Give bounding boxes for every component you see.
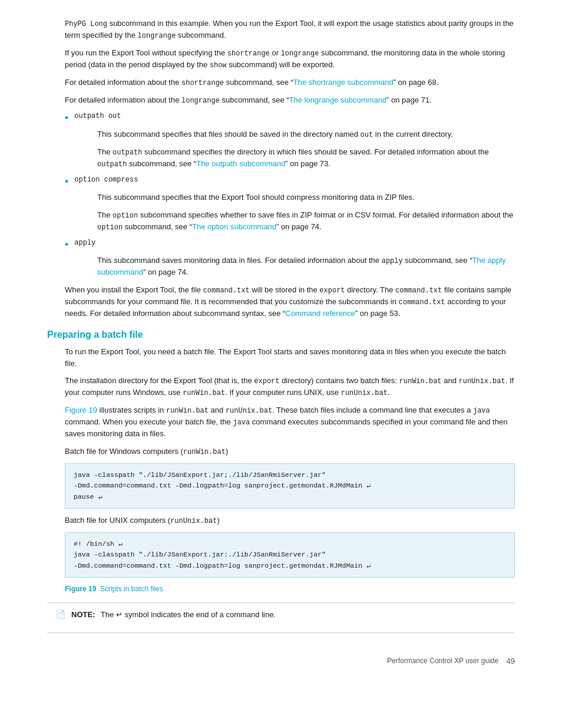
code-longrange-3: longrange bbox=[181, 97, 220, 105]
code-runwin-2: runWin.bat bbox=[183, 389, 225, 397]
code-command-txt-3: command.txt bbox=[398, 298, 445, 307]
note-box: 📄 NOTE: The ↵ symbol indicates the end o… bbox=[47, 602, 515, 633]
batch-windows-label: Batch file for Windows computers (runWin… bbox=[65, 446, 515, 457]
code-option-1: option bbox=[113, 212, 138, 220]
bullet-label-apply: apply bbox=[74, 239, 515, 247]
para-figure19-ref: Figure 19 illustrates scripts in runWin.… bbox=[65, 404, 515, 440]
para-outpath-1: This subcommand specifies that files sho… bbox=[97, 129, 515, 140]
link-longrange-subcommand[interactable]: The longrange subcommand bbox=[289, 95, 387, 104]
code-export-dir-2: export bbox=[254, 377, 279, 386]
para-option-1: This subcommand specifies that the Expor… bbox=[97, 192, 515, 203]
bullet-outpath: • outpath out bbox=[65, 112, 515, 125]
bullet-content-outpath: outpath out bbox=[74, 112, 515, 123]
bullet-apply: • apply bbox=[65, 239, 515, 252]
page-footer: Performance Control XP user guide 49 bbox=[47, 651, 515, 666]
bullet-dot-apply: • bbox=[65, 239, 68, 252]
code-shortrange-1: shortrange bbox=[227, 50, 270, 58]
para-command-txt: When you install the Export Tool, the fi… bbox=[65, 284, 515, 319]
code-runUnix-2: runUnix.bat bbox=[341, 389, 388, 397]
link-figure19[interactable]: Figure 19 bbox=[65, 406, 97, 414]
code-command-txt-2: command.txt bbox=[395, 286, 442, 295]
code-runUnix-bat: runUnix.bat bbox=[170, 517, 217, 525]
footer-page-number: 49 bbox=[507, 657, 515, 666]
code-longrange-1: longrange bbox=[138, 32, 176, 40]
code-export-dir: export bbox=[319, 286, 345, 295]
code-command-txt-1: command.txt bbox=[203, 286, 250, 295]
code-block-unix-content: #! /bin/sh ↵ java -classpath "./lib/JSan… bbox=[65, 532, 515, 578]
code-runUnix-1: runUnix.bat bbox=[459, 377, 505, 386]
para-shortrange-ref: For detailed information about the short… bbox=[65, 77, 515, 88]
code-longrange-2: longrange bbox=[281, 50, 319, 58]
bullet-label-option: option compress bbox=[74, 176, 515, 184]
link-apply-subcommand[interactable]: The apply subcommand bbox=[97, 256, 506, 276]
code-shortrange-2: shortrange bbox=[181, 79, 224, 87]
code-java-2: java bbox=[233, 419, 250, 427]
code-phypg-long: PhyPG Long bbox=[65, 20, 107, 28]
para-batch-install-dir: The installation directory for the Expor… bbox=[65, 375, 515, 398]
para-apply-1: This subcommand saves monitoring data in… bbox=[97, 255, 515, 278]
code-java-1: java bbox=[473, 407, 490, 415]
note-icon: 📄 bbox=[55, 610, 65, 619]
code-runwin-3: runWin.bat bbox=[166, 407, 209, 415]
bullet-list: • outpath out This subcommand specifies … bbox=[65, 112, 515, 278]
para-outpath-2: The outpath subcommand specifies the dir… bbox=[97, 146, 515, 170]
code-runwin-1: runWin.bat bbox=[399, 377, 442, 386]
bullet-dot-option: • bbox=[65, 176, 68, 189]
code-block-unix: #! /bin/sh ↵ java -classpath "./lib/JSan… bbox=[65, 532, 515, 578]
section-heading-batch: Preparing a batch file bbox=[47, 330, 515, 340]
figure-label: Figure 19 bbox=[65, 585, 96, 593]
code-runwin-bat: runWin.bat bbox=[183, 448, 226, 456]
link-shortrange-subcommand[interactable]: The shortrange subcommand bbox=[293, 78, 394, 87]
code-show: show bbox=[210, 61, 227, 70]
link-outpath-subcommand[interactable]: The outpath subcommand bbox=[196, 159, 285, 168]
code-out: out bbox=[361, 131, 373, 139]
note-label: NOTE: bbox=[71, 610, 95, 619]
code-block-windows: java -classpath "./lib/JSanExport.jar;./… bbox=[65, 463, 515, 509]
para-longrange-ref: For detailed information about the longr… bbox=[65, 94, 515, 106]
code-outpath-1: outpath bbox=[113, 149, 142, 157]
code-outpath-2: outpath bbox=[97, 160, 127, 169]
para-option-2: The option subcommand specifies whether … bbox=[97, 209, 515, 233]
bullet-content-apply: apply bbox=[74, 239, 515, 249]
footer-guide: Performance Control XP user guide bbox=[387, 657, 498, 665]
bullet-label-outpath: outpath out bbox=[74, 112, 515, 120]
code-block-windows-content: java -classpath "./lib/JSanExport.jar;./… bbox=[65, 463, 515, 509]
bullet-content-option: option compress bbox=[74, 176, 515, 186]
code-runUnix-3: runUnix.bat bbox=[226, 407, 272, 415]
batch-unix-label: Batch file for UNIX computers (runUnix.b… bbox=[65, 515, 515, 526]
page-content: PhyPG Long subcommand in this example. W… bbox=[0, 0, 562, 689]
figure-caption: Figure 19 Scripts in batch files bbox=[65, 584, 515, 594]
code-apply: apply bbox=[382, 257, 403, 265]
para-without-specifying: If you run the Export Tool without speci… bbox=[65, 47, 515, 71]
bullet-dot-outpath: • bbox=[65, 112, 68, 125]
para-batch-intro: To run the Export Tool, you need a batch… bbox=[65, 346, 515, 369]
note-text: NOTE: The ↵ symbol indicates the end of … bbox=[71, 609, 276, 621]
bullet-option: • option compress bbox=[65, 176, 515, 189]
link-command-reference[interactable]: Command reference bbox=[285, 309, 355, 318]
para-phypg: PhyPG Long subcommand in this example. W… bbox=[65, 18, 515, 41]
code-option-2: option bbox=[97, 223, 123, 232]
link-option-subcommand[interactable]: The option subcommand bbox=[192, 222, 276, 231]
